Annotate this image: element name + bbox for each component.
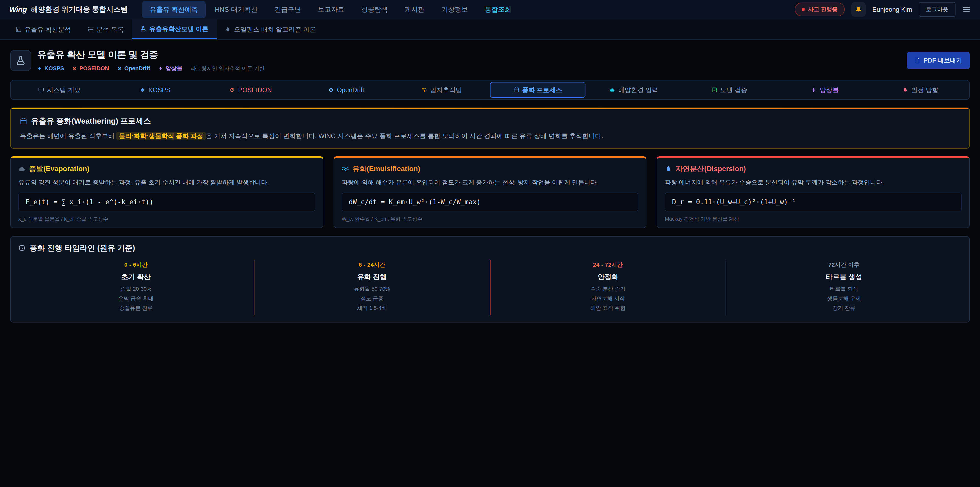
stage-phase: 유화 진행 [259,272,485,281]
alert-dot-icon [802,8,805,11]
page-header-text: 유출유 확산 모델 이론 및 검증 KOSPS POSEIDON OpenDri… [37,48,265,72]
section-tab-ocean-environment-input[interactable]: 해양환경 입력 [587,82,681,98]
weathering-panel-title-row: 유출유 풍화(Weathering) 프로세스 [20,116,960,126]
flask-icon [140,26,146,32]
nav-item-reports[interactable]: 보고자료 [310,1,352,18]
stage-item: 장기 잔류 [732,303,956,313]
pdf-export-label: PDF 내보내기 [924,56,962,65]
nav-item-aerial-search[interactable]: 항공탐색 [353,1,395,18]
droplet-icon [665,165,672,172]
section-tab-label: 풍화 프로세스 [522,86,562,94]
nav-item-oil-spill-prediction[interactable]: 유출유 확산예측 [142,1,206,18]
weathering-description: 유출유는 해면에 유출된 직후부터 물리·화학·생물학적 풍화 과정을 거쳐 지… [20,131,960,141]
badge-opendrift: OpenDrift [117,65,150,72]
section-tab-model-validation[interactable]: 모델 검증 [682,82,776,98]
card-footnote: Mackay 경험식 기반 분산률 계산 [665,216,962,222]
timeline-stage-tarball: 72시간 이후 타르볼 생성 타르볼 형성 생물분해 우세 장기 잔류 [725,260,962,315]
section-tab-future-direction[interactable]: 발전 방향 [873,82,968,98]
section-tab-label: 해양환경 입력 [618,86,658,94]
header-note: 라그랑지안 입자추적 이론 기반 [191,65,265,72]
card-description: 파랑에 의해 해수가 유류에 혼입되어 점도가 크게 증가하는 현상. 방제 작… [342,178,638,187]
subtab-label: 분석 목록 [97,25,124,34]
badge-label: POSEIDON [80,65,109,72]
card-description: 파랑 에너지에 의해 유류가 수중으로 분산되어 유막 두께가 감소하는 과정입… [665,178,962,187]
bolt-icon [159,66,163,71]
wave-icon [342,165,349,172]
stage-item: 유막 급속 확대 [24,294,248,303]
weathering-panel-title: 유출유 풍화(Weathering) 프로세스 [31,116,151,126]
section-tab-label: OpenDrift [337,86,364,94]
dispersion-formula: D_r = 0.11·(U_w+U_c)²·(1+U_w)⁻¹ [665,193,962,211]
evaporation-card-title-row: 증발(Evaporation) [18,164,315,174]
weathering-text-after: 을 거쳐 지속적으로 특성이 변화합니다. WING 시스템은 주요 풍화 프로… [206,132,603,139]
card-title: 자연분산(Dispersion) [676,164,746,174]
page-icon-box [10,50,31,71]
subtab-spill-analysis[interactable]: 유출유 확산분석 [7,19,79,39]
nav-item-hns-air-dispersion[interactable]: HNS·대기확산 [207,1,266,18]
brand: Wing 해양환경 위기대응 통합시스템 [9,5,128,14]
section-tab-label: 모델 검증 [720,86,748,94]
hamburger-menu-button[interactable] [962,5,971,14]
nav-item-weather-info[interactable]: 기상정보 [434,1,476,18]
subtab-diffusion-model-theory[interactable]: 유출유확산모델 이론 [132,19,217,39]
check-square-icon [711,87,717,93]
section-tab-system-overview[interactable]: 시스템 개요 [12,82,107,98]
subtab-label: 유출유확산모델 이론 [149,25,208,33]
section-tab-label: 앙상블 [820,86,839,94]
stage-item: 수중 분산 증가 [496,284,721,294]
cloud-icon [609,87,615,93]
nav-item-integrated-search[interactable]: 통합조회 [477,1,519,18]
card-title: 유화(Emulsification) [352,164,420,174]
bell-icon [855,6,862,13]
weathering-inner: 유출유 풍화(Weathering) 프로세스 유출유는 해면에 유출된 직후부… [11,109,969,148]
subtab-label: 유출유 확산분석 [24,25,71,34]
subtab-analysis-list[interactable]: 분석 목록 [79,19,132,39]
dispersion-card: 자연분산(Dispersion) 파랑 에너지에 의해 유류가 수중으로 분산되… [657,156,970,228]
evaporation-formula: F_e(t) = ∑ x_i·(1 - e^(-k_ei·t)) [18,193,315,211]
wing-logo: Wing [9,5,27,14]
model-badge-row: KOSPS POSEIDON OpenDrift 앙상블 라그랑지안 입자추적 … [37,65,265,72]
user-name: Eunjeong Kim [872,6,912,13]
section-tab-weathering-process[interactable]: 풍화 프로세스 [490,82,585,98]
badge-ensemble: 앙상블 [159,65,183,72]
incident-status-badge[interactable]: 사고 진행중 [795,3,845,16]
notification-bell-button[interactable] [851,2,865,17]
top-navigation-bar: Wing 해양환경 위기대응 통합시스템 유출유 확산예측 HNS·대기확산 긴… [0,0,980,19]
stage-phase: 안정화 [496,272,721,281]
stage-phase: 초기 확산 [24,272,248,281]
section-tab-particle-tracking[interactable]: 입자추적법 [395,82,489,98]
process-cards: 증발(Evaporation) 유류의 경질 성분이 대기로 증발하는 과정. … [10,156,970,228]
nav-item-board[interactable]: 게시판 [397,1,432,18]
droplet-icon [225,26,231,32]
section-tab-kosps[interactable]: KOSPS [108,82,202,98]
dispersion-card-title-row: 자연분산(Dispersion) [665,164,962,174]
card-footnote: x_i: 성분별 몰분율 / k_ei: 증발 속도상수 [18,216,315,222]
section-tab-opendrift[interactable]: OpenDrift [299,82,393,98]
stage-item: 유화율 50-70% [259,284,485,294]
flask-icon [16,56,26,65]
section-tab-label: 시스템 개요 [47,86,81,94]
stage-item: 해안 표착 위험 [496,303,721,313]
weathering-timeline-panel: 풍화 진행 타임라인 (원유 기준) 0 - 6시간 초기 확산 증발 20-3… [10,236,970,323]
section-tab-poseidon[interactable]: POSEIDON [204,82,298,98]
pdf-export-button[interactable]: PDF 내보내기 [907,52,970,69]
cloud-icon [18,165,25,172]
logout-button[interactable]: 로그아웃 [919,2,956,17]
incident-status-label: 사고 진행중 [808,6,838,13]
rocket-icon [902,87,908,93]
section-tab-ensemble[interactable]: 앙상블 [778,82,872,98]
section-tab-bar: 시스템 개요 KOSPS POSEIDON OpenDrift 입자추적법 풍화… [10,80,970,100]
nav-item-emergency-rescue[interactable]: 긴급구난 [267,1,309,18]
weathering-text-highlight: 물리·화학·생물학적 풍화 과정 [116,132,206,140]
subtab-oil-fence-algorithm-theory[interactable]: 오일펜스 배치 알고리즘 이론 [217,19,324,39]
main-nav: 유출유 확산예측 HNS·대기확산 긴급구난 보고자료 항공탐색 게시판 기상정… [142,1,519,18]
stage-item: 중질유분 잔류 [24,303,248,313]
app-title: 해양환경 위기대응 통합시스템 [31,5,128,14]
stage-phase: 타르볼 생성 [732,272,956,281]
stage-item: 타르볼 형성 [732,284,956,294]
weathering-overview-panel: 유출유 풍화(Weathering) 프로세스 유출유는 해면에 유출된 직후부… [10,107,970,148]
stage-time: 6 - 24시간 [259,261,485,269]
calendar-icon [20,118,27,125]
badge-label: KOSPS [45,65,64,72]
monitor-icon [38,87,44,93]
